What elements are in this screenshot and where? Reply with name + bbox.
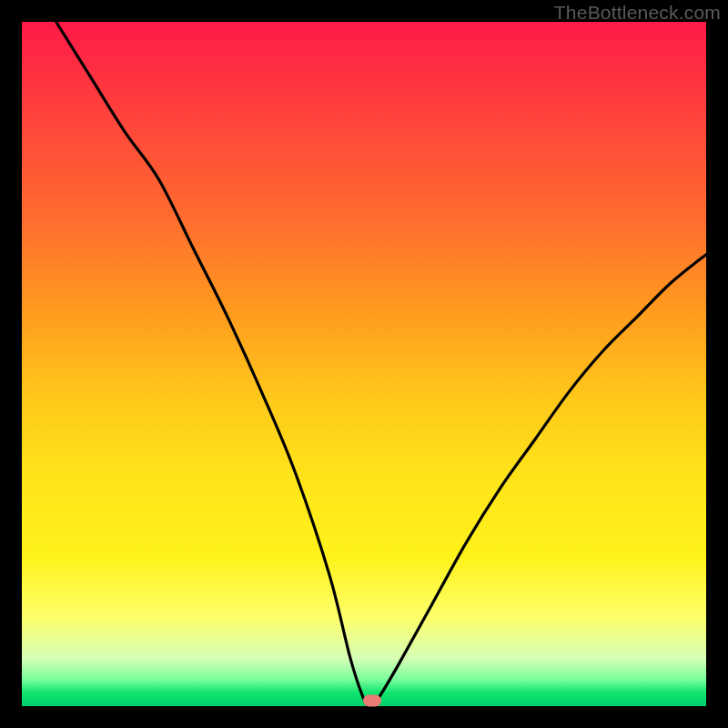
bottleneck-curve xyxy=(22,22,706,706)
plot-area xyxy=(22,22,706,706)
optimum-marker xyxy=(363,694,381,706)
chart-frame: TheBottleneck.com xyxy=(0,0,728,728)
watermark-text: TheBottleneck.com xyxy=(554,2,721,24)
